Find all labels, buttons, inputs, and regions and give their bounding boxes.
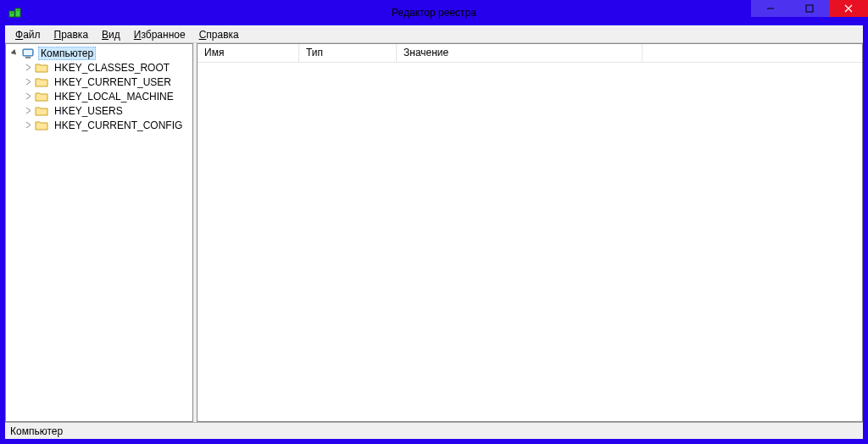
svg-rect-0 — [9, 11, 14, 17]
registry-tree: Компьютер HKEY_CLASSES_ROOT — [6, 44, 192, 134]
window-title: Редактор реестра — [0, 7, 868, 19]
app-icon — [8, 6, 22, 19]
expand-icon[interactable] — [23, 120, 33, 130]
folder-icon — [35, 90, 48, 103]
tree-node-hkcu[interactable]: HKEY_CURRENT_USER — [6, 75, 192, 89]
menu-file[interactable]: Файл — [8, 27, 47, 42]
client-area: Файл Правка Вид Избранное Справка — [5, 25, 863, 439]
tree-label: HKEY_CURRENT_USER — [52, 75, 174, 89]
tree-label: HKEY_LOCAL_MACHINE — [52, 90, 176, 103]
svg-rect-10 — [25, 57, 31, 58]
computer-icon — [21, 47, 35, 60]
svg-rect-9 — [24, 50, 32, 55]
tree-node-hku[interactable]: HKEY_USERS — [6, 103, 192, 118]
menu-edit[interactable]: Правка — [47, 27, 96, 42]
folder-icon — [35, 75, 48, 89]
list-body[interactable] — [198, 63, 862, 421]
tree-node-hklm[interactable]: HKEY_LOCAL_MACHINE — [6, 89, 192, 103]
tree-label: HKEY_CLASSES_ROOT — [52, 61, 172, 75]
column-type[interactable]: Тип — [299, 44, 397, 62]
menu-favorites[interactable]: Избранное — [127, 27, 192, 42]
svg-rect-5 — [806, 5, 813, 12]
menu-view[interactable]: Вид — [95, 27, 127, 42]
tree-label: Компьютер — [38, 47, 96, 60]
folder-icon — [35, 104, 48, 118]
registry-editor-window: Редактор реестра Файл Правка Вид Избранн… — [0, 0, 868, 444]
expand-icon[interactable] — [23, 106, 33, 116]
close-button[interactable] — [829, 0, 868, 17]
titlebar[interactable]: Редактор реестра — [0, 0, 868, 25]
column-overflow[interactable] — [643, 44, 862, 62]
svg-rect-2 — [11, 13, 13, 14]
tree-label: HKEY_USERS — [52, 104, 125, 118]
folder-icon — [35, 119, 48, 132]
expand-icon[interactable] — [23, 77, 33, 87]
tree-node-hkcc[interactable]: HKEY_CURRENT_CONFIG — [6, 118, 192, 132]
tree-node-hkcr[interactable]: HKEY_CLASSES_ROOT — [6, 60, 192, 75]
menubar: Файл Правка Вид Избранное Справка — [5, 25, 863, 42]
expand-icon[interactable] — [23, 63, 33, 73]
svg-rect-1 — [15, 8, 20, 17]
maximize-button[interactable] — [790, 0, 829, 17]
window-controls — [751, 0, 868, 17]
minimize-button[interactable] — [751, 0, 790, 17]
column-name[interactable]: Имя — [198, 44, 299, 62]
expand-icon[interactable] — [23, 92, 33, 102]
menu-help[interactable]: Справка — [192, 27, 246, 42]
tree-label: HKEY_CURRENT_CONFIG — [52, 119, 185, 132]
status-path: Компьютер — [10, 425, 63, 437]
list-header: Имя Тип Значение — [198, 44, 862, 63]
list-pane[interactable]: Имя Тип Значение — [197, 43, 863, 422]
tree-pane[interactable]: Компьютер HKEY_CLASSES_ROOT — [5, 43, 193, 422]
folder-icon — [35, 61, 48, 75]
tree-node-computer[interactable]: Компьютер — [6, 46, 192, 60]
statusbar: Компьютер — [5, 422, 863, 439]
content: Компьютер HKEY_CLASSES_ROOT — [5, 42, 863, 422]
svg-rect-3 — [17, 10, 19, 11]
collapse-icon[interactable] — [9, 48, 19, 58]
column-value[interactable]: Значение — [397, 44, 643, 62]
